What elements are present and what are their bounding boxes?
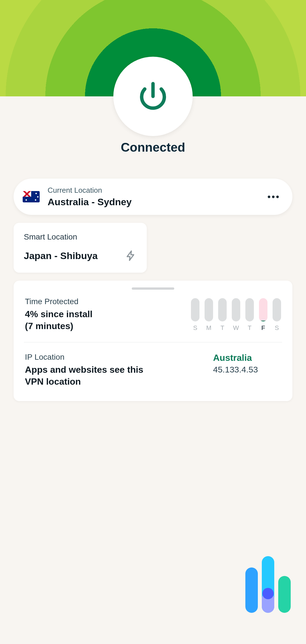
smart-location-label: Smart Location — [24, 232, 137, 242]
overlay-bar-middle — [262, 556, 274, 613]
day-label: S — [193, 324, 197, 332]
floating-overlay-widget[interactable] — [245, 556, 291, 613]
ip-location-section: IP Location Apps and websites see this V… — [25, 353, 281, 387]
time-protected-line1: 4% since install — [25, 308, 92, 320]
current-location-card[interactable]: Current Location Australia - Sydney — [14, 179, 292, 215]
power-toggle-button[interactable] — [113, 57, 193, 136]
connection-status: Connected — [0, 140, 306, 154]
time-protected-section: Time Protected 4% since install (7 minut… — [25, 297, 281, 332]
day-bar: W — [232, 298, 240, 332]
day-label: M — [206, 324, 211, 332]
current-location-label: Current Location — [48, 186, 268, 195]
day-label: T — [248, 324, 251, 332]
time-protected-title: Time Protected — [25, 297, 92, 306]
smart-location-card[interactable]: Smart Location Japan - Shibuya — [14, 223, 147, 273]
time-protected-line2: (7 minutes) — [25, 320, 92, 332]
day-label: F — [261, 324, 265, 332]
day-label: T — [220, 324, 224, 332]
week-bar-chart: SMTWTFS — [191, 297, 281, 332]
bolt-icon — [125, 250, 137, 261]
day-bar: M — [205, 298, 213, 332]
ip-location-title: IP Location — [25, 353, 150, 362]
ip-country: Australia — [213, 353, 281, 363]
power-icon — [136, 79, 170, 113]
overlay-bar-blue — [245, 567, 258, 613]
divider — [24, 342, 282, 342]
day-label: W — [233, 324, 239, 332]
day-bar: S — [191, 298, 199, 332]
day-bar: F — [259, 298, 267, 332]
day-bar: S — [273, 298, 281, 332]
smart-location-value: Japan - Shibuya — [24, 250, 98, 261]
overlay-bar-teal — [278, 576, 291, 613]
stats-card[interactable]: Time Protected 4% since install (7 minut… — [14, 281, 292, 401]
ip-address: 45.133.4.53 — [213, 365, 281, 374]
current-location-value: Australia - Sydney — [48, 196, 268, 207]
day-label: S — [275, 324, 279, 332]
drag-handle[interactable] — [132, 287, 174, 290]
more-options-icon[interactable] — [268, 196, 279, 198]
flag-icon — [23, 191, 40, 202]
ip-location-desc: Apps and websites see this VPN location — [25, 364, 150, 387]
day-bar: T — [218, 298, 227, 332]
day-bar: T — [245, 298, 254, 332]
